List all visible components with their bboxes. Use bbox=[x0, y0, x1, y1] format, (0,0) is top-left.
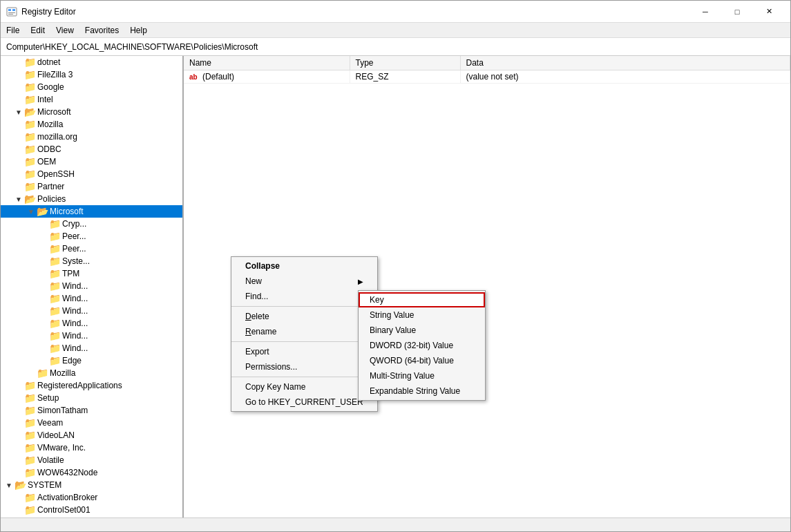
svg-rect-1 bbox=[8, 9, 11, 11]
tree-item-vmware[interactable]: 📁 VMware, Inc. bbox=[1, 441, 182, 454]
tree-item-google[interactable]: 📁 Google bbox=[1, 81, 182, 93]
row-data: (value not set) bbox=[460, 70, 790, 84]
col-name[interactable]: Name bbox=[184, 56, 350, 70]
submenu-qword-value[interactable]: QWORD (64-bit) Value bbox=[359, 353, 485, 368]
tree-item-microsoft-policies[interactable]: ▼ 📂 Microsoft bbox=[1, 205, 182, 218]
submenu-expandable-value[interactable]: Expandable String Value bbox=[359, 383, 485, 399]
menu-file[interactable]: File bbox=[1, 24, 25, 37]
maximize-button[interactable]: □ bbox=[721, 2, 753, 21]
ctx-copy-key-name-label: Copy Key Name bbox=[245, 382, 305, 392]
folder-icon: 📁 bbox=[24, 467, 35, 478]
tree-item-registeredapps[interactable]: 📁 RegisteredApplications bbox=[1, 379, 182, 392]
tree-item-wind4[interactable]: 📁 Wind... bbox=[1, 317, 182, 330]
tree-label: Wind... bbox=[62, 331, 88, 341]
submenu-key-label: Key bbox=[370, 295, 384, 305]
tree-item-peer2[interactable]: 📁 Peer... bbox=[1, 243, 182, 255]
close-button[interactable]: ✕ bbox=[753, 2, 785, 21]
tree-item-controlset002[interactable]: 📁 ControlSet002 bbox=[1, 516, 182, 517]
menu-edit[interactable]: Edit bbox=[25, 24, 50, 37]
tree-item-microsoft-top[interactable]: ▼ 📂 Microsoft bbox=[1, 106, 182, 118]
tree-item-system[interactable]: ▼ 📂 SYSTEM bbox=[1, 479, 182, 491]
tree-item-wind5[interactable]: 📁 Wind... bbox=[1, 330, 182, 342]
tree-item-oem[interactable]: 📁 OEM bbox=[1, 155, 182, 168]
ctx-find[interactable]: Find... bbox=[231, 289, 377, 304]
tree-item-volatile[interactable]: 📁 Volatile bbox=[1, 454, 182, 466]
menu-view[interactable]: View bbox=[50, 24, 79, 37]
ctx-delete[interactable]: Delete bbox=[231, 309, 377, 324]
svg-rect-4 bbox=[8, 14, 13, 15]
tree-item-syste[interactable]: 📁 Syste... bbox=[1, 255, 182, 267]
folder-icon: 📁 bbox=[49, 218, 60, 229]
tree-item-tpm[interactable]: 📁 TPM bbox=[1, 267, 182, 280]
col-type[interactable]: Type bbox=[350, 56, 460, 70]
folder-icon: 📁 bbox=[49, 318, 60, 329]
tree-item-partner[interactable]: 📁 Partner bbox=[1, 180, 182, 193]
folder-icon: 📁 bbox=[49, 268, 60, 279]
folder-icon: 📁 bbox=[24, 380, 35, 391]
tree-item-wow6432[interactable]: 📁 WOW6432Node bbox=[1, 466, 182, 479]
menu-favorites[interactable]: Favorites bbox=[79, 24, 124, 37]
tree-item-wind6[interactable]: 📁 Wind... bbox=[1, 342, 182, 354]
submenu[interactable]: Key String Value Binary Value DWORD (32-… bbox=[358, 290, 486, 401]
tree-item-videolan[interactable]: 📁 VideoLAN bbox=[1, 429, 182, 441]
tree-label: Microsoft bbox=[37, 107, 71, 117]
folder-icon: 📁 bbox=[24, 156, 35, 167]
address-text: Computer\HKEY_LOCAL_MACHINE\SOFTWARE\Pol… bbox=[6, 42, 258, 52]
tree-item-wind2[interactable]: 📁 Wind... bbox=[1, 292, 182, 305]
tree-item-veeam[interactable]: 📁 Veeam bbox=[1, 417, 182, 429]
minimize-button[interactable]: ─ bbox=[689, 2, 721, 21]
submenu-string-value[interactable]: String Value bbox=[359, 307, 485, 323]
tree-item-setup[interactable]: 📁 Setup bbox=[1, 392, 182, 404]
ctx-copy-key-name[interactable]: Copy Key Name bbox=[231, 379, 377, 395]
ctx-delete-label: Delete bbox=[245, 312, 269, 321]
tree-item-wind3[interactable]: 📁 Wind... bbox=[1, 305, 182, 317]
tree-item-dotnet[interactable]: 📁 dotnet bbox=[1, 56, 182, 68]
tree-label: Wind... bbox=[62, 306, 88, 316]
submenu-binary-value[interactable]: Binary Value bbox=[359, 323, 485, 338]
context-menu[interactable]: Collapse New ▶ Key String Value B bbox=[231, 256, 378, 412]
submenu-dword-label: DWORD (32-bit) Value bbox=[370, 341, 453, 350]
tree-item-activationbroker[interactable]: 📁 ActivationBroker bbox=[1, 491, 182, 504]
tree-label: ActivationBroker bbox=[37, 493, 97, 502]
tree-item-mozillaorg[interactable]: 📁 mozilla.org bbox=[1, 131, 182, 143]
tree-item-peer1[interactable]: 📁 Peer... bbox=[1, 230, 182, 243]
tree-item-policies[interactable]: ▼ 📂 Policies bbox=[1, 193, 182, 205]
tree-item-wind1[interactable]: 📁 Wind... bbox=[1, 280, 182, 292]
folder-icon: 📁 bbox=[24, 82, 35, 93]
tree-item-odbc[interactable]: 📁 ODBC bbox=[1, 143, 182, 155]
menu-help[interactable]: Help bbox=[124, 24, 153, 37]
col-data[interactable]: Data bbox=[460, 56, 790, 70]
tree-item-simontatham[interactable]: 📁 SimonTatham bbox=[1, 404, 182, 417]
folder-icon: 📁 bbox=[24, 442, 35, 453]
submenu-dword-value[interactable]: DWORD (32-bit) Value bbox=[359, 338, 485, 353]
submenu-multistring-value[interactable]: Multi-String Value bbox=[359, 368, 485, 383]
tree-item-controlset001[interactable]: 📁 ControlSet001 bbox=[1, 504, 182, 516]
table-row[interactable]: ab (Default) REG_SZ (value not set) bbox=[184, 70, 790, 84]
tree-item-edge[interactable]: 📁 Edge bbox=[1, 354, 182, 367]
folder-icon: 📁 bbox=[24, 181, 35, 192]
tree-label: Volatile bbox=[37, 455, 64, 465]
folder-icon: 📁 bbox=[49, 293, 60, 304]
row-type: REG_SZ bbox=[350, 70, 460, 84]
folder-icon: 📁 bbox=[49, 305, 60, 316]
ctx-rename[interactable]: Rename bbox=[231, 324, 377, 339]
tree-item-mozilla-policies[interactable]: 📁 Mozilla bbox=[1, 367, 182, 379]
ctx-goto-hkcu[interactable]: Go to HKEY_CURRENT_USER bbox=[231, 395, 377, 410]
ctx-new[interactable]: New ▶ Key String Value Binary Value bbox=[231, 274, 377, 289]
tree-label: Partner bbox=[37, 182, 64, 191]
ctx-collapse[interactable]: Collapse bbox=[231, 258, 377, 274]
tree-item-cryp[interactable]: 📁 Cryp... bbox=[1, 218, 182, 230]
tree-label: OEM bbox=[37, 157, 56, 167]
ctx-permissions[interactable]: Permissions... bbox=[231, 359, 377, 374]
tree-label: Peer... bbox=[62, 244, 86, 254]
submenu-key[interactable]: Key bbox=[359, 292, 485, 307]
tree-item-filezilla[interactable]: 📁 FileZilla 3 bbox=[1, 68, 182, 81]
tree-pane[interactable]: 📁 dotnet 📁 FileZilla 3 📁 Google 📁 Intel bbox=[1, 56, 184, 517]
ctx-export[interactable]: Export bbox=[231, 344, 377, 359]
ctx-separator-2 bbox=[231, 341, 377, 342]
tree-item-openssh[interactable]: 📁 OpenSSH bbox=[1, 168, 182, 180]
tree-item-mozilla-top[interactable]: 📁 Mozilla bbox=[1, 118, 182, 131]
tree-item-intel[interactable]: 📁 Intel bbox=[1, 93, 182, 106]
folder-icon: 📁 bbox=[49, 281, 60, 292]
folder-icon: 📁 bbox=[24, 57, 35, 68]
